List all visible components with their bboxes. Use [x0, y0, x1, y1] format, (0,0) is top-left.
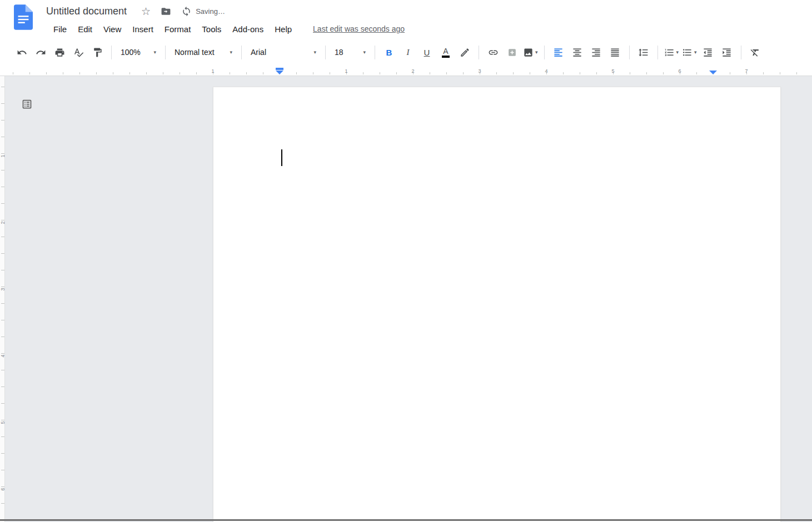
font-size-select[interactable]: 18 ▾: [330, 44, 370, 61]
paragraph-style-value: Normal text: [175, 48, 215, 57]
paint-format-button[interactable]: [89, 44, 106, 61]
justify-icon: [610, 47, 620, 58]
justify-button[interactable]: [607, 44, 624, 61]
insert-image-button[interactable]: ▾: [521, 44, 540, 61]
undo-icon: [17, 47, 27, 58]
screen-bottom-edge: [0, 519, 812, 521]
show-outline-button[interactable]: [20, 97, 33, 111]
chevron-down-icon: ▾: [535, 49, 538, 55]
redo-button[interactable]: [32, 44, 49, 61]
increase-indent-icon: [721, 47, 732, 58]
menu-file[interactable]: File: [49, 23, 71, 35]
paragraph-style-select[interactable]: Normal text ▾: [170, 44, 237, 61]
menu-format[interactable]: Format: [160, 23, 196, 35]
highlight-color-button[interactable]: [456, 44, 473, 61]
right-indent-marker[interactable]: [709, 71, 717, 74]
clear-formatting-icon: [750, 47, 760, 58]
ruler-number: 3: [0, 287, 6, 292]
underline-button[interactable]: U: [419, 44, 435, 61]
right-indent-triangle: [709, 71, 717, 74]
star-icon[interactable]: ☆: [141, 6, 151, 17]
menu-tools[interactable]: Tools: [197, 23, 226, 35]
first-line-indent-marker[interactable]: [276, 68, 283, 70]
document-title[interactable]: Untitled document: [46, 6, 127, 17]
font-family-value: Arial: [251, 48, 266, 57]
zoom-value: 100%: [121, 48, 141, 57]
image-icon: [523, 47, 534, 58]
undo-button[interactable]: [13, 44, 30, 61]
italic-button[interactable]: I: [400, 44, 416, 61]
title-row: Untitled document ☆ Saving…: [46, 2, 812, 20]
toolbar-separator: [479, 46, 479, 59]
align-right-button[interactable]: [588, 44, 605, 61]
toolbar-separator: [165, 46, 166, 59]
ruler-number: 1: [0, 154, 6, 159]
print-button[interactable]: [51, 44, 68, 61]
bulleted-list-icon: [682, 47, 693, 58]
last-edit-link[interactable]: Last edit was seconds ago: [313, 24, 405, 33]
bold-button[interactable]: B: [381, 44, 397, 61]
menu-insert[interactable]: Insert: [128, 23, 158, 35]
toolbar-separator: [657, 46, 658, 59]
move-to-folder-icon[interactable]: [161, 6, 171, 17]
left-indent-marker[interactable]: [276, 68, 283, 74]
bulleted-list-button[interactable]: ▾: [680, 44, 699, 61]
text-color-button[interactable]: A: [437, 44, 454, 61]
spell-check-icon: [73, 47, 84, 58]
docs-logo-icon[interactable]: [14, 4, 33, 30]
ruler-number: 3: [478, 68, 481, 74]
add-comment-button[interactable]: [504, 44, 520, 61]
toolbar-separator: [111, 46, 112, 59]
decrease-indent-icon: [703, 47, 713, 58]
ruler-number: 6: [0, 487, 6, 492]
align-left-button[interactable]: [550, 44, 567, 61]
menu-view[interactable]: View: [99, 23, 126, 35]
add-comment-icon: [507, 47, 517, 58]
ruler-number: 6: [678, 68, 681, 74]
font-family-select[interactable]: Arial ▾: [246, 44, 321, 61]
chevron-down-icon: ▾: [676, 49, 679, 55]
underline-icon: U: [424, 48, 430, 57]
toolbar-separator: [544, 46, 545, 59]
bold-icon: B: [386, 48, 392, 57]
increase-indent-button[interactable]: [719, 44, 735, 61]
align-center-button[interactable]: [569, 44, 586, 61]
align-right-icon: [591, 47, 601, 58]
menu-addons[interactable]: Add-ons: [228, 23, 268, 35]
text-color-icon: A: [442, 47, 450, 58]
align-left-icon: [553, 47, 564, 58]
sync-icon: [181, 6, 192, 17]
menu-help[interactable]: Help: [270, 23, 296, 35]
clear-formatting-button[interactable]: [747, 44, 764, 61]
decrease-indent-button[interactable]: [700, 44, 716, 61]
vertical-ruler: 1 2 3 4 5 6: [0, 76, 5, 522]
document-outline-icon: [21, 98, 33, 110]
chevron-down-icon: ▾: [313, 49, 316, 55]
menu-edit[interactable]: Edit: [73, 23, 97, 35]
toolbar-separator: [325, 46, 326, 59]
toolbar-separator: [741, 46, 741, 59]
insert-link-button[interactable]: [485, 44, 501, 61]
numbered-list-button[interactable]: ▾: [662, 44, 681, 61]
chevron-down-icon: ▾: [153, 49, 156, 55]
paint-format-icon: [92, 47, 103, 58]
ruler-number: 7: [745, 68, 748, 74]
highlight-pen-icon: [460, 47, 470, 58]
chevron-down-icon: ▾: [694, 49, 697, 55]
redo-icon: [36, 47, 46, 58]
text-color-swatch: [442, 56, 450, 58]
document-page[interactable]: [213, 87, 781, 522]
header: Untitled document ☆ Saving… File Edit Vi…: [0, 0, 812, 38]
link-icon: [488, 47, 499, 58]
ruler-number: 4: [545, 68, 547, 74]
font-size-value: 18: [335, 48, 343, 57]
line-spacing-button[interactable]: [635, 44, 652, 61]
spell-check-button[interactable]: [70, 44, 87, 61]
line-spacing-icon: [638, 47, 649, 58]
zoom-select[interactable]: 100% ▾: [116, 44, 161, 61]
ruler-number: 2: [0, 220, 6, 225]
ruler-number: 2: [411, 68, 414, 74]
toolbar: 100% ▾ Normal text ▾ Arial ▾ 18 ▾ B I U …: [0, 38, 812, 67]
print-icon: [54, 47, 65, 58]
horizontal-ruler: 1 1 2 3 4 5 6 7: [0, 67, 812, 76]
